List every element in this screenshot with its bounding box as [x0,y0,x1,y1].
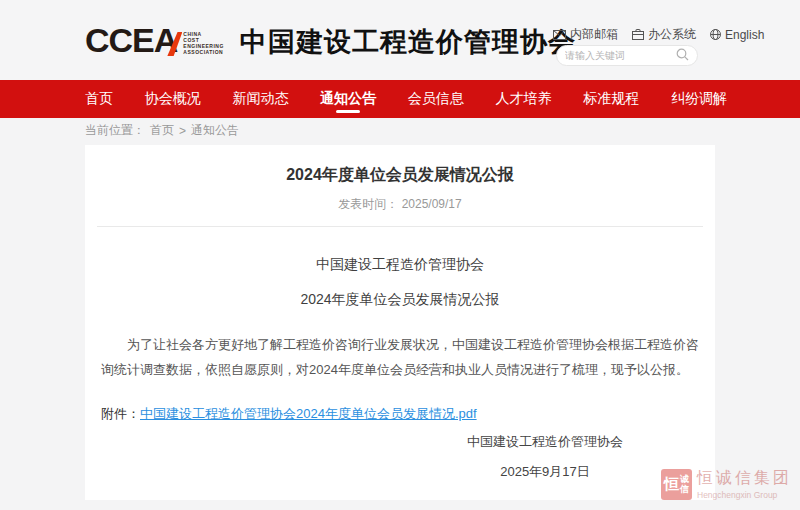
logo-letter-a-swoosh: A [154,20,178,60]
watermark-text: 恒诚信集团 Hengchengxin Group [697,468,792,500]
header: CCEA CHINA COST ENGINEERING ASSOCIATION … [0,0,800,80]
logo-subtext-line: ASSOCIATION [183,49,224,55]
internal-mail-label: 内部邮箱 [570,26,618,43]
office-system-label: 办公系统 [648,26,696,43]
main-nav: 首页 协会概况 新闻动态 通知公告 会员信息 人才培养 标准规程 纠纷调解 [0,80,800,118]
article-body-heading-1: 中国建设工程造价管理协会 [85,256,715,274]
hengchengxin-logo-icon: 恒 诚 信 [661,469,692,500]
site-title: 中国建设工程造价管理协会 [240,24,576,60]
signature-block: 中国建设工程造价管理协会 2025年9月17日 [430,433,660,481]
nav-item-members[interactable]: 会员信息 [408,80,464,118]
nav-item-talent[interactable]: 人才培养 [496,80,552,118]
nav-item-notices[interactable]: 通知公告 [320,80,376,118]
nav-item-disputes[interactable]: 纠纷调解 [671,80,727,118]
watermark-logo-char: 诚 [680,474,689,484]
logo-acronym: CCEA [85,20,177,60]
article-body-heading-2: 2024年度单位会员发展情况公报 [85,291,715,309]
logo-subtext: CHINA COST ENGINEERING ASSOCIATION [183,31,224,55]
title-divider [97,226,703,227]
site-logo[interactable]: CCEA CHINA COST ENGINEERING ASSOCIATION … [85,20,576,60]
breadcrumb-current-link[interactable]: 通知公告 [191,122,239,139]
watermark-logo-char: 信 [680,484,689,494]
attachment-pdf-link[interactable]: 中国建设工程造价管理协会2024年度单位会员发展情况.pdf [140,406,477,421]
nav-item-news[interactable]: 新闻动态 [232,80,288,118]
breadcrumb-prefix: 当前位置： [85,122,145,139]
signature-name: 中国建设工程造价管理协会 [430,433,660,451]
english-link[interactable]: English [710,28,764,42]
signature-date: 2025年9月17日 [430,463,660,481]
breadcrumb: 当前位置： 首页 > 通知公告 [85,122,239,139]
breadcrumb-separator: > [179,124,186,138]
office-system-link[interactable]: 办公系统 [632,26,696,43]
watermark-name: 恒诚信集团 [697,468,792,489]
nav-item-standards[interactable]: 标准规程 [583,80,639,118]
nav-item-home[interactable]: 首页 [85,80,113,118]
search-icon[interactable] [676,47,689,65]
breadcrumb-home-link[interactable]: 首页 [150,122,174,139]
mail-icon [553,30,566,40]
internal-mail-link[interactable]: 内部邮箱 [553,26,618,43]
search-input[interactable] [565,50,676,61]
article-card: 2024年度单位会员发展情况公报 发表时间： 2025/09/17 中国建设工程… [85,145,715,500]
attachment-row: 附件：中国建设工程造价管理协会2024年度单位会员发展情况.pdf [101,405,715,423]
search-box[interactable] [556,45,698,66]
article-paragraph: 为了让社会各方更好地了解工程造价咨询行业发展状况，中国建设工程造价管理协会根据工… [101,332,699,382]
topbar-links: 内部邮箱 办公系统 English [553,26,764,43]
watermark-name-en: Hengchengxin Group [697,490,792,500]
briefcase-icon [632,29,644,40]
article-publish-time: 发表时间： 2025/09/17 [85,196,715,213]
watermark: 恒 诚 信 恒诚信集团 Hengchengxin Group [661,468,792,500]
attachment-label: 附件： [101,406,140,421]
english-label: English [725,28,764,42]
globe-icon [710,29,721,40]
article-title: 2024年度单位会员发展情况公报 [85,165,715,186]
watermark-logo-char: 恒 [664,475,679,494]
nav-item-about[interactable]: 协会概况 [145,80,201,118]
